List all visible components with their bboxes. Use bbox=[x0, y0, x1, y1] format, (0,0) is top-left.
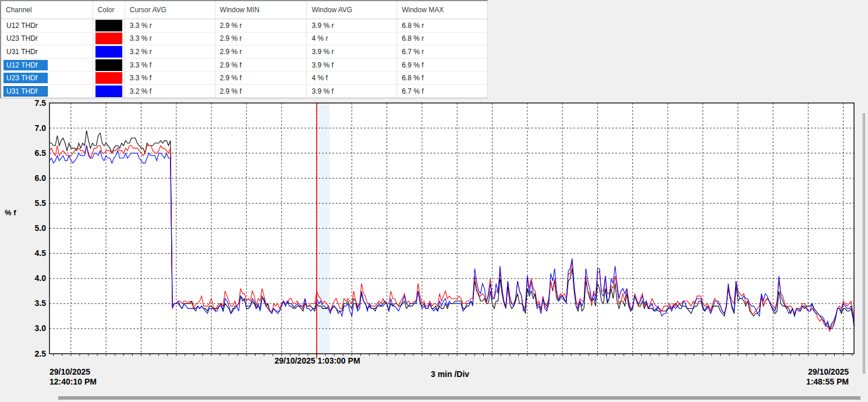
vertical-scrollbar[interactable] bbox=[863, 113, 865, 373]
horizontal-scrollbar[interactable] bbox=[0, 395, 868, 401]
trend-plot[interactable] bbox=[0, 0, 868, 402]
power-quality-trend-window: Channel Color Cursor AVG Window MIN Wind… bbox=[0, 0, 868, 402]
trend-chart-area: % f 2.53.03.54.04.55.05.56.06.57.07.5 29… bbox=[0, 0, 868, 402]
horizontal-scrollbar-thumb[interactable] bbox=[58, 396, 860, 400]
